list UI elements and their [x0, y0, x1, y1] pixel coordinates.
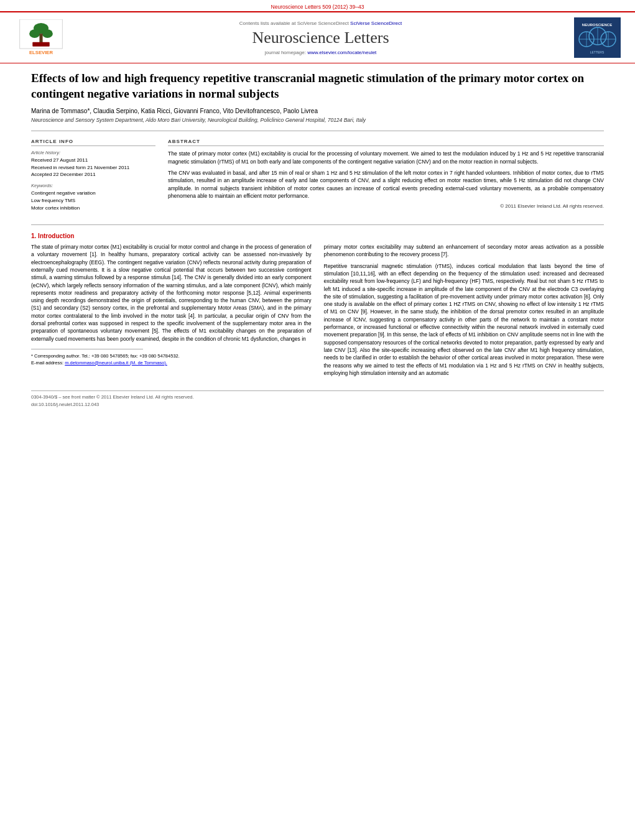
email-text: m.detommaso@neurol.uniba.it (M. de Tomma… — [65, 360, 167, 366]
affiliation: Neuroscience and Sensory System Departme… — [31, 117, 604, 123]
journal-ref-text: Neuroscience Letters 509 (2012) 39–43 — [271, 4, 364, 10]
divider-after-affiliation — [31, 131, 604, 131]
footnote-divider — [31, 349, 143, 349]
intro-heading: 1. Introduction — [31, 233, 604, 239]
email-label: E-mail address: — [31, 360, 63, 366]
sciverse-text: Contents lists available at SciVerse Sci… — [239, 21, 349, 26]
intro-para1: The state of primary motor cortex (M1) e… — [31, 243, 312, 343]
article-title: Effects of low and high frequency repeti… — [31, 71, 604, 101]
history-label: Article history: — [31, 150, 155, 155]
footnote-asterisk: * Corresponding author. Tel.: +39 080 54… — [31, 353, 312, 360]
email-link[interactable]: m.detommaso@neurol.uniba.it (M. de Tomma… — [65, 360, 167, 366]
footer-doi: doi:10.1016/j.neulet.2011.12.043 — [31, 401, 604, 408]
footnote-email: E-mail address: m.detommaso@neurol.uniba… — [31, 360, 312, 367]
body-content: The state of primary motor cortex (M1) e… — [31, 243, 604, 381]
history-received: Received 27 August 2011 — [31, 157, 155, 164]
svg-point-2 — [29, 29, 40, 38]
author-names: Marina de Tommaso*, Claudia Serpino, Kat… — [31, 108, 318, 114]
abstract-text: The state of primary motor cortex (M1) e… — [168, 150, 604, 200]
main-content: Effects of low and high frequency repeti… — [0, 63, 635, 415]
svg-rect-5 — [32, 42, 49, 46]
page: Neuroscience Letters 509 (2012) 39–43 EL… — [0, 0, 635, 840]
abstract-column: ABSTRACT The state of primary motor cort… — [168, 139, 604, 217]
journal-title-container: Contents lists available at SciVerse Sci… — [80, 17, 562, 58]
elsevier-logo-icon: ELSEVIER — [16, 19, 66, 57]
authors: Marina de Tommaso*, Claudia Serpino, Kat… — [31, 108, 604, 114]
footer-issn: 0304-3940/$ – see front matter © 2011 El… — [31, 394, 604, 400]
keyword-1: Contingent negative variation — [31, 190, 155, 197]
journal-header: ELSEVIER Contents lists available at Sci… — [0, 11, 635, 63]
article-history: Article history: Received 27 August 2011… — [31, 150, 155, 178]
svg-text:ELSEVIER: ELSEVIER — [29, 49, 53, 55]
keyword-3: Motor cortex inhibition — [31, 205, 155, 212]
footer: 0304-3940/$ – see front matter © 2011 El… — [31, 390, 604, 408]
homepage-label: journal homepage: — [265, 50, 306, 55]
keywords-section: Keywords: Contingent negative variation … — [31, 183, 155, 212]
revised-text: Received in revised form 21 November 201… — [31, 165, 129, 170]
neuroscience-logo-icon: NEUROSCIENCE LETTERS — [574, 17, 621, 58]
neuroscience-logo-container: NEUROSCIENCE LETTERS — [569, 17, 625, 58]
sciverse-link[interactable]: SciVerse ScienceDirect — [350, 21, 402, 26]
article-info-label: ARTICLE INFO — [31, 139, 155, 146]
intro-para2: primary motor cortex excitability may su… — [324, 243, 605, 259]
svg-text:LETTERS: LETTERS — [590, 50, 604, 54]
history-revised: Received in revised form 21 November 201… — [31, 164, 155, 171]
sciverse-availability: Contents lists available at SciVerse Sci… — [239, 21, 402, 26]
copyright: © 2011 Elsevier Ireland Ltd. All rights … — [168, 203, 604, 209]
body-left-column: The state of primary motor cortex (M1) e… — [31, 243, 312, 381]
intro-text-right: primary motor cortex excitability may su… — [324, 243, 605, 377]
svg-point-3 — [42, 29, 53, 38]
intro-para3: Repetitive transcranial magnetic stimula… — [324, 262, 605, 377]
journal-homepage: journal homepage: www.elsevier.com/locat… — [265, 50, 377, 55]
journal-title: Neuroscience Letters — [252, 29, 389, 47]
abstract-label: ABSTRACT — [168, 139, 604, 146]
journal-reference: Neuroscience Letters 509 (2012) 39–43 — [0, 0, 635, 11]
body-right-column: primary motor cortex excitability may su… — [324, 243, 605, 381]
divider-after-abstract — [31, 224, 604, 225]
keywords-label: Keywords: — [31, 183, 155, 188]
footnote: * Corresponding author. Tel.: +39 080 54… — [31, 353, 312, 366]
homepage-link[interactable]: www.elsevier.com/locate/neulet — [307, 50, 376, 55]
history-accepted: Accepted 22 December 2011 — [31, 171, 155, 178]
keyword-2: Low frequency TMS — [31, 197, 155, 205]
intro-text-left: The state of primary motor cortex (M1) e… — [31, 243, 312, 343]
article-info-column: ARTICLE INFO Article history: Received 2… — [31, 139, 155, 217]
svg-text:NEUROSCIENCE: NEUROSCIENCE — [582, 23, 611, 27]
abstract-para2: The CNV was evaluated in basal, and afte… — [168, 169, 604, 200]
abstract-para1: The state of primary motor cortex (M1) e… — [168, 150, 604, 165]
article-info-abstract: ARTICLE INFO Article history: Received 2… — [31, 139, 604, 217]
elsevier-logo-container: ELSEVIER — [10, 17, 72, 58]
